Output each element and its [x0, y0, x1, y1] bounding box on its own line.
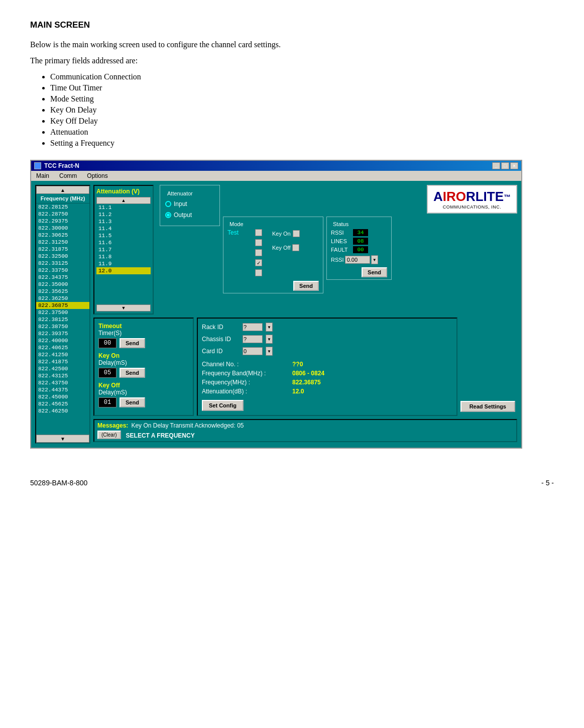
- atten-list-item[interactable]: 11.4: [96, 225, 151, 232]
- freq-list-item[interactable]: 822.43750: [36, 379, 89, 386]
- set-config-button[interactable]: Set Config: [202, 400, 244, 411]
- rack-id-input[interactable]: [243, 323, 263, 331]
- mode-td-checkbox[interactable]: [255, 269, 262, 276]
- status-fault-label: FAULT: [331, 247, 351, 253]
- freq-list-item[interactable]: 822.34375: [36, 274, 89, 281]
- output-radio[interactable]: Output: [165, 212, 214, 219]
- menu-comm[interactable]: Comm: [57, 172, 79, 180]
- freq-list-item[interactable]: 822.33750: [36, 267, 89, 274]
- freq-scroll-down[interactable]: ▼: [36, 435, 89, 443]
- freq-list-item[interactable]: 822.36875: [36, 302, 89, 309]
- freq-list-item[interactable]: 822.41875: [36, 358, 89, 365]
- attenuation-db-value: 12.0: [292, 388, 304, 395]
- key-off-input[interactable]: [98, 397, 116, 407]
- mode-cw-row: CW: [227, 249, 262, 256]
- freq-list-item[interactable]: 822.28750: [36, 211, 89, 218]
- card-id-input[interactable]: [243, 347, 263, 355]
- atten-list-item[interactable]: 11.2: [96, 211, 151, 218]
- messages-row: Messages: Key On Delay Transmit Acknowle…: [97, 422, 513, 429]
- freq-list-item[interactable]: 822.38750: [36, 323, 89, 330]
- atten-list-item[interactable]: 11.3: [96, 218, 151, 225]
- freq-list-item[interactable]: 822.44375: [36, 386, 89, 393]
- atten-list-item[interactable]: 12.0: [96, 267, 151, 274]
- rack-id-arrow[interactable]: ▼: [266, 323, 273, 332]
- rack-id-row: Rack ID ▼: [202, 323, 452, 332]
- atten-list-item[interactable]: 11.5: [96, 232, 151, 239]
- attenuator-legend: Attenuator: [165, 190, 195, 196]
- chassis-id-input[interactable]: [243, 335, 263, 343]
- atten-list-item[interactable]: 11.8: [96, 253, 151, 260]
- mode-cd-checkbox[interactable]: [255, 259, 262, 266]
- attenuation-list[interactable]: 11.111.211.311.411.511.611.711.811.912.0: [96, 204, 151, 304]
- minimize-button[interactable]: _: [492, 162, 500, 169]
- freq-list-item[interactable]: 822.39375: [36, 330, 89, 337]
- freq-list-item[interactable]: 822.31875: [36, 246, 89, 253]
- menu-main[interactable]: Main: [34, 172, 51, 180]
- mode-test-checkbox[interactable]: [255, 229, 262, 236]
- mode-td-row: TD: [227, 269, 262, 276]
- freq-list-item[interactable]: 822.29375: [36, 218, 89, 225]
- freq-scroll-up[interactable]: ▲: [36, 186, 89, 194]
- read-settings-button[interactable]: Read Settings: [460, 401, 515, 412]
- card-id-arrow[interactable]: ▼: [266, 347, 273, 356]
- freq-list-item[interactable]: 822.45625: [36, 400, 89, 407]
- atten-list-item[interactable]: 11.1: [96, 204, 151, 211]
- mode-inhibit-checkbox[interactable]: [255, 239, 262, 246]
- atten-list-item[interactable]: 11.9: [96, 260, 151, 267]
- key-on-checkbox[interactable]: [293, 230, 300, 237]
- freq-list-item[interactable]: 822.43125: [36, 372, 89, 379]
- atten-scroll-up[interactable]: ▲: [96, 197, 151, 204]
- maximize-button[interactable]: □: [501, 162, 509, 169]
- key-off-checkbox[interactable]: [292, 244, 299, 251]
- rssi-input[interactable]: [345, 256, 370, 264]
- key-on-input[interactable]: [98, 368, 116, 378]
- atten-scroll-down[interactable]: ▼: [96, 304, 151, 311]
- freq-list-item[interactable]: 822.40000: [36, 337, 89, 344]
- middle-section: Timeout Timer(S) Send Key On Delay(mS): [93, 318, 517, 416]
- freq-list-item[interactable]: 822.46250: [36, 407, 89, 414]
- page-title: MAIN SCREEN: [30, 20, 554, 30]
- freq-list-item[interactable]: 822.32500: [36, 253, 89, 260]
- freq-list-item[interactable]: 822.45000: [36, 393, 89, 400]
- freq-list-item[interactable]: 822.36250: [36, 295, 89, 302]
- freq-list-item[interactable]: 822.35000: [36, 281, 89, 288]
- key-on-send-button[interactable]: Send: [120, 368, 145, 378]
- atten-list-item[interactable]: 11.7: [96, 246, 151, 253]
- freq-list-item[interactable]: 822.42500: [36, 365, 89, 372]
- input-radio[interactable]: Input: [165, 200, 214, 207]
- key-on-group: Key On Delay(mS) Send: [98, 352, 189, 378]
- mode-cw-checkbox[interactable]: [255, 249, 262, 256]
- freq-list-item[interactable]: 822.28125: [36, 203, 89, 211]
- freq-list-item[interactable]: 822.41250: [36, 351, 89, 358]
- messages-text: Key On Delay Transmit Acknowledged: 05: [131, 422, 244, 429]
- close-button[interactable]: ×: [510, 162, 518, 169]
- right-panel: Attenuation (V) ▲ 11.111.211.311.411.511…: [93, 185, 517, 444]
- frequency-list[interactable]: 822.28125822.28750822.29375822.30000822.…: [36, 203, 89, 435]
- key-off-sublabel: Delay(mS): [98, 389, 127, 396]
- clear-button[interactable]: (Clear): [97, 431, 121, 439]
- status-send-button[interactable]: Send: [362, 267, 387, 277]
- key-off-send-button[interactable]: Send: [120, 397, 145, 407]
- menu-options[interactable]: Options: [85, 172, 109, 180]
- freq-list-item[interactable]: 822.33125: [36, 260, 89, 267]
- freq-list-item[interactable]: 822.38125: [36, 316, 89, 323]
- mode-send-button[interactable]: Send: [293, 281, 319, 291]
- chassis-id-arrow[interactable]: ▼: [266, 335, 273, 344]
- atten-list-item[interactable]: 11.6: [96, 239, 151, 246]
- timeout-input[interactable]: [98, 338, 116, 348]
- freq-list-item[interactable]: 822.37500: [36, 309, 89, 316]
- window-controls[interactable]: _ □ ×: [492, 162, 518, 169]
- freq-list-item[interactable]: 822.40625: [36, 344, 89, 351]
- rssi-arrow[interactable]: ▼: [371, 255, 378, 264]
- status-rssi-label: RSSI: [331, 230, 351, 236]
- output-radio-dot: [165, 212, 171, 218]
- status-rssi-value: 34: [353, 229, 368, 236]
- freq-list-item[interactable]: 822.35625: [36, 288, 89, 295]
- attenuation-panel: Attenuation (V) ▲ 11.111.211.311.411.511…: [93, 185, 154, 315]
- freq-list-item[interactable]: 822.31250: [36, 239, 89, 246]
- timeout-send-button[interactable]: Send: [120, 338, 145, 348]
- status-legend: Status: [331, 221, 351, 227]
- freq-list-item[interactable]: 822.30625: [36, 232, 89, 239]
- timeout-row: Send: [98, 338, 189, 348]
- freq-list-item[interactable]: 822.30000: [36, 225, 89, 232]
